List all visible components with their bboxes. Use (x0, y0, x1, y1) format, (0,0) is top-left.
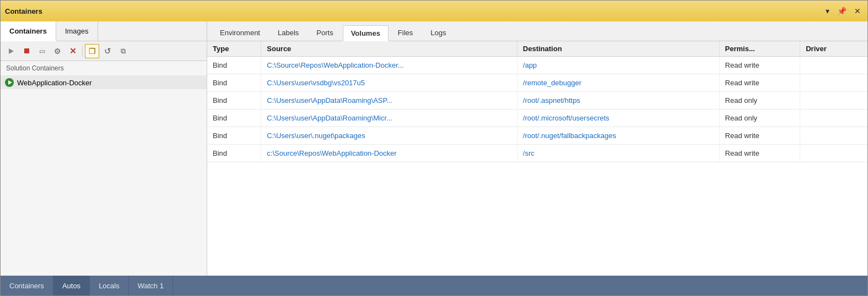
cell-driver (800, 92, 867, 109)
cell-destination: /root/.nuget/fallbackpackages (517, 127, 719, 145)
cell-permissions: Read write (719, 127, 800, 145)
tab-environment[interactable]: Environment (212, 25, 268, 41)
tab-files[interactable]: Files (390, 25, 421, 41)
col-type: Type (207, 41, 261, 57)
cell-driver (800, 74, 867, 92)
cell-source: C:\Users\user\AppData\Roaming\Micr... (261, 109, 517, 127)
col-driver: Driver (800, 41, 867, 57)
cell-permissions: Read only (719, 109, 800, 127)
table-header-row: Type Source Destination Permis... Driver (207, 41, 867, 57)
window-title: Containers (5, 7, 42, 15)
cell-type: Bind (207, 92, 261, 109)
delete-icon: ✕ (69, 46, 77, 56)
col-destination: Destination (517, 41, 719, 57)
cell-permissions: Read only (719, 92, 800, 109)
settings-button[interactable]: ⚙ (50, 44, 64, 58)
status-tab-autos[interactable]: Autos (53, 276, 90, 295)
section-label: Solution Containers (1, 61, 207, 76)
cell-permissions: Read write (719, 145, 800, 162)
cell-source: C:\Users\user\.nuget\packages (261, 127, 517, 145)
status-tab-containers[interactable]: Containers (1, 276, 53, 295)
cell-permissions: Read write (719, 57, 800, 74)
cell-driver (800, 145, 867, 162)
refresh-icon: ↺ (104, 46, 111, 56)
stop-button[interactable] (19, 44, 34, 58)
left-toolbar: ▭ ⚙ ✕ ❐ ↺ ⧉ (1, 41, 207, 61)
volumes-table-container: Type Source Destination Permis... Driver… (207, 41, 867, 276)
col-permissions: Permis... (719, 41, 800, 57)
table-row[interactable]: Bindc:\Source\Repos\WebApplication-Docke… (207, 145, 867, 162)
dropdown-button[interactable]: ▾ (823, 6, 832, 17)
table-row[interactable]: BindC:\Users\user\vsdbg\vs2017u5/remote_… (207, 74, 867, 92)
container-name: WebApplication-Docker (17, 79, 92, 87)
copy-icon: ❐ (89, 47, 96, 56)
volumes-table: Type Source Destination Permis... Driver… (207, 41, 867, 162)
terminal-button[interactable]: ▭ (35, 44, 49, 58)
tab-containers[interactable]: Containers (1, 21, 56, 41)
play-button[interactable] (4, 44, 18, 58)
tab-images[interactable]: Images (56, 21, 98, 41)
cell-source: C:\Users\user\vsdbg\vs2017u5 (261, 74, 517, 92)
cell-source: C:\Users\user\AppData\Roaming\ASP... (261, 92, 517, 109)
close-button[interactable]: ✕ (852, 6, 863, 17)
run-status-icon (5, 78, 14, 87)
status-bar: Containers Autos Locals Watch 1 (1, 276, 867, 295)
table-row[interactable]: BindC:\Users\user\AppData\Roaming\Micr..… (207, 109, 867, 127)
cell-source: C:\Source\Repos\WebApplication-Docker... (261, 57, 517, 74)
cell-destination: /app (517, 57, 719, 74)
table-row[interactable]: BindC:\Users\user\.nuget\packages/root/.… (207, 127, 867, 145)
cell-destination: /remote_debugger (517, 74, 719, 92)
status-tab-watch[interactable]: Watch 1 (129, 276, 173, 295)
container-item[interactable]: WebApplication-Docker (1, 76, 207, 89)
separator-1 (82, 46, 83, 57)
cell-destination: /src (517, 145, 719, 162)
title-bar-controls: ▾ 📌 ✕ (823, 6, 863, 17)
cell-driver (800, 57, 867, 74)
status-tab-locals[interactable]: Locals (90, 276, 129, 295)
tab-volumes[interactable]: Volumes (343, 25, 389, 41)
tab-labels[interactable]: Labels (269, 25, 307, 41)
cell-source: c:\Source\Repos\WebApplication-Docker (261, 145, 517, 162)
terminal-icon: ▭ (39, 47, 45, 55)
play-icon (9, 48, 14, 54)
copy-button[interactable]: ❐ (85, 44, 99, 58)
right-panel: Environment Labels Ports Volumes Files L… (207, 21, 867, 276)
cell-destination: /root/.microsoft/usersecrets (517, 109, 719, 127)
cell-destination: /root/.aspnet/https (517, 92, 719, 109)
title-bar: Containers ▾ 📌 ✕ (1, 1, 867, 21)
copy2-icon: ⧉ (121, 47, 126, 56)
col-source: Source (261, 41, 517, 57)
cell-type: Bind (207, 109, 261, 127)
left-panel: Containers Images ▭ ⚙ (1, 21, 207, 276)
cell-driver (800, 127, 867, 145)
table-row[interactable]: BindC:\Source\Repos\WebApplication-Docke… (207, 57, 867, 74)
cell-permissions: Read write (719, 74, 800, 92)
cell-type: Bind (207, 145, 261, 162)
tab-ports[interactable]: Ports (308, 25, 341, 41)
cell-type: Bind (207, 127, 261, 145)
settings-icon: ⚙ (54, 47, 61, 56)
tab-logs[interactable]: Logs (422, 25, 454, 41)
cell-type: Bind (207, 74, 261, 92)
refresh-button[interactable]: ↺ (100, 44, 115, 58)
cell-driver (800, 109, 867, 127)
main-content: Containers Images ▭ ⚙ (1, 21, 867, 276)
pin-button[interactable]: 📌 (835, 6, 849, 17)
main-window: Containers ▾ 📌 ✕ Containers Images (0, 0, 868, 296)
cell-type: Bind (207, 57, 261, 74)
stop-icon (24, 48, 29, 53)
right-tabs: Environment Labels Ports Volumes Files L… (207, 21, 867, 41)
delete-button[interactable]: ✕ (66, 44, 80, 58)
table-row[interactable]: BindC:\Users\user\AppData\Roaming\ASP...… (207, 92, 867, 109)
copy2-button[interactable]: ⧉ (116, 44, 130, 58)
top-tabs: Containers Images (1, 21, 207, 41)
